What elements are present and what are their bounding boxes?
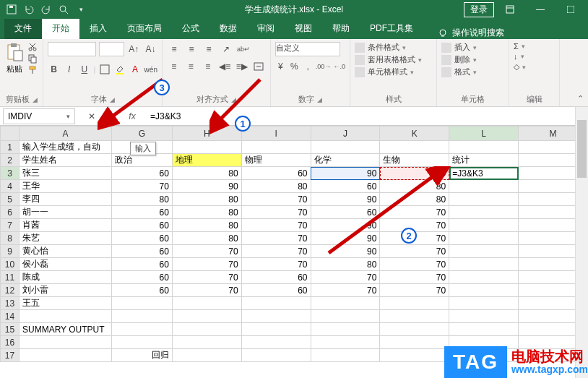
cell[interactable]: 90 <box>311 193 380 206</box>
cell-styles-button[interactable]: 单元格样式▾ <box>355 66 432 77</box>
increase-indent-icon[interactable]: ≡▶ <box>235 59 249 74</box>
formula-input[interactable]: =J3&K3 <box>146 111 574 121</box>
active-cell[interactable]: =J3&K3 <box>449 167 519 180</box>
row-header[interactable]: 16 <box>1 336 20 349</box>
cell[interactable]: 80 <box>380 167 449 180</box>
collapse-ribbon-icon[interactable]: ⌃ <box>577 94 584 103</box>
cell[interactable] <box>172 323 241 336</box>
cell[interactable]: 60 <box>111 232 172 245</box>
row-header[interactable]: 7 <box>1 219 20 232</box>
cut-icon[interactable] <box>27 42 38 52</box>
cell[interactable] <box>380 323 449 336</box>
ribbon-display-icon[interactable] <box>496 0 524 19</box>
insert-cells-button[interactable]: 插入▾ <box>441 42 504 53</box>
row-header[interactable]: 10 <box>1 258 20 271</box>
tab-view[interactable]: 视图 <box>285 18 322 39</box>
cell[interactable]: 90 <box>311 245 380 258</box>
cell[interactable]: 80 <box>380 193 449 206</box>
cell[interactable]: 70 <box>311 271 380 284</box>
tab-home[interactable]: 开始 <box>42 18 79 39</box>
format-as-table-button[interactable]: 套用表格格式▾ <box>355 54 432 65</box>
cell[interactable]: 黄心怡 <box>19 245 111 258</box>
cell[interactable]: 80 <box>241 180 311 193</box>
cell[interactable]: 王华 <box>19 180 111 193</box>
row-header[interactable]: 8 <box>1 232 20 245</box>
cell[interactable]: 70 <box>380 245 449 258</box>
cell[interactable] <box>111 323 172 336</box>
clear-button[interactable]: ◇▾ <box>514 62 555 72</box>
cell[interactable] <box>380 297 449 310</box>
row-header[interactable]: 1 <box>1 141 20 154</box>
row-header[interactable]: 13 <box>1 297 20 310</box>
cell[interactable]: 70 <box>172 271 241 284</box>
cell[interactable]: 70 <box>241 206 311 219</box>
cell[interactable]: 60 <box>111 167 172 180</box>
cell[interactable]: 80 <box>172 232 241 245</box>
cell[interactable]: 70 <box>380 284 449 297</box>
name-box-dropdown-icon[interactable]: ▾ <box>66 113 70 120</box>
font-dialog-launcher-icon[interactable]: ◢ <box>110 96 115 103</box>
row-header[interactable]: 6 <box>1 206 20 219</box>
cell[interactable]: 80 <box>111 193 172 206</box>
cell[interactable]: 输入学生成绩，自动 <box>19 141 111 154</box>
cell[interactable]: 70 <box>241 219 311 232</box>
cell[interactable]: 70 <box>172 245 241 258</box>
col-header[interactable]: L <box>449 126 519 141</box>
cell[interactable] <box>111 310 172 323</box>
cell[interactable]: 70 <box>311 284 380 297</box>
undo-icon[interactable] <box>23 4 35 15</box>
cell[interactable]: 60 <box>311 206 380 219</box>
format-painter-icon[interactable] <box>27 65 38 75</box>
decrease-font-icon[interactable]: A↓ <box>144 42 157 56</box>
cell[interactable] <box>19 336 111 349</box>
clipboard-dialog-launcher-icon[interactable]: ◢ <box>33 96 38 103</box>
font-size-select[interactable] <box>99 42 124 56</box>
cell[interactable] <box>449 297 519 310</box>
row-header[interactable]: 9 <box>1 245 20 258</box>
cell[interactable]: 60 <box>241 284 311 297</box>
cell[interactable]: 朱艺 <box>19 232 111 245</box>
cell[interactable] <box>311 310 380 323</box>
maximize-icon[interactable] <box>556 0 585 19</box>
col-header[interactable]: J <box>311 126 380 141</box>
cell[interactable] <box>111 297 172 310</box>
tab-data[interactable]: 数据 <box>209 18 247 39</box>
tab-page-layout[interactable]: 页面布局 <box>117 18 172 39</box>
tell-me-search[interactable]: 操作说明搜索 <box>438 27 504 39</box>
cell[interactable]: 化学 <box>311 154 380 167</box>
cell[interactable] <box>172 349 241 362</box>
cell[interactable] <box>19 349 111 362</box>
italic-button[interactable]: I <box>63 62 75 77</box>
row-header[interactable]: 15 <box>1 323 20 336</box>
font-color-icon[interactable]: A <box>129 62 141 77</box>
save-icon[interactable] <box>6 4 17 15</box>
cell[interactable] <box>380 141 449 154</box>
worksheet[interactable]: A G H I J K L M 1输入学生成绩，自动 2学生姓名政治地理物理化学… <box>0 126 588 362</box>
cell[interactable]: 学生姓名 <box>19 154 111 167</box>
cell[interactable] <box>449 232 519 245</box>
row-header[interactable]: 2 <box>1 154 20 167</box>
col-header[interactable]: A <box>19 126 111 141</box>
cell[interactable]: 70 <box>172 284 241 297</box>
row-header[interactable]: 11 <box>1 271 20 284</box>
grid[interactable]: A G H I J K L M 1输入学生成绩，自动 2学生姓名政治地理物理化学… <box>0 126 588 362</box>
delete-cells-button[interactable]: 删除▾ <box>441 54 504 65</box>
tab-insert[interactable]: 插入 <box>79 18 117 39</box>
orientation-icon[interactable]: ↗ <box>219 42 233 56</box>
align-right-icon[interactable]: ≡ <box>201 59 215 74</box>
tab-formulas[interactable]: 公式 <box>172 18 209 39</box>
cell[interactable]: 80 <box>172 167 241 180</box>
cell[interactable]: 70 <box>241 232 311 245</box>
cell[interactable]: 肖茜 <box>19 219 111 232</box>
align-left-icon[interactable]: ≡ <box>167 59 181 74</box>
cell[interactable] <box>380 349 449 362</box>
merge-center-icon[interactable] <box>252 59 267 74</box>
row-header[interactable]: 5 <box>1 193 20 206</box>
conditional-formatting-button[interactable]: 条件格式▾ <box>355 42 432 53</box>
cell[interactable] <box>449 271 519 284</box>
cell[interactable]: 60 <box>311 180 380 193</box>
row-header[interactable]: 3 <box>1 167 20 180</box>
cell[interactable]: 政治 <box>111 154 172 167</box>
name-box[interactable]: IMDIV ▾ <box>3 108 75 124</box>
cell[interactable]: 80 <box>172 219 241 232</box>
